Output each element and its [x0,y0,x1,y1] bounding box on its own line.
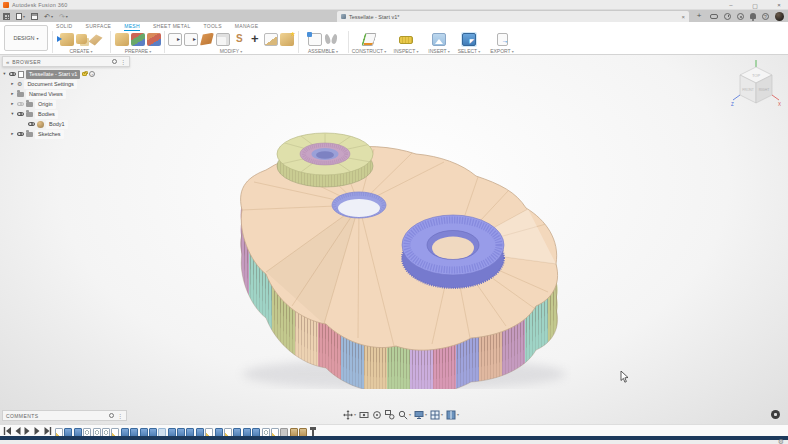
export-icon[interactable] [497,33,508,46]
group-label-insert[interactable]: INSERT [424,48,454,54]
comments-menu-icon[interactable]: ⋮ [117,413,123,419]
maximize-button[interactable]: ▢ [750,2,760,9]
reverse-normal-icon[interactable] [216,33,230,46]
timeline-play-button[interactable] [24,426,31,436]
comments-dot-icon[interactable] [109,413,114,418]
display-settings-icon[interactable]: ▾ [414,410,427,420]
move-icon[interactable] [248,33,262,46]
create-mesh-face-icon[interactable] [89,33,103,46]
look-at-icon[interactable] [359,410,369,420]
notifications-icon[interactable] [750,13,756,19]
workspace-selector[interactable]: DESIGN▾ [4,25,48,51]
group-label-select[interactable]: SELECT [454,48,484,54]
expand-caret-icon[interactable] [2,72,7,77]
tree-item-bodies[interactable]: Bodies [2,109,130,119]
expand-caret-icon[interactable] [10,92,15,97]
tree-root-row[interactable]: Tessellate - Start v1 × [2,69,130,79]
repair-icon[interactable] [115,33,129,46]
comments-panel[interactable]: COMMENTS ⋮ [2,410,127,421]
smooth-icon[interactable] [232,33,246,46]
browser-menu-icon[interactable]: ⋮ [120,59,126,65]
group-label-prepare[interactable]: PREPARE [112,48,164,54]
save-icon[interactable] [31,13,38,20]
construct-plane-icon[interactable] [361,33,377,46]
reduce-icon[interactable] [184,33,198,46]
close-button[interactable]: × [774,2,784,8]
tab-surface[interactable]: SURFACE [86,23,112,31]
collapse-panel-icon[interactable]: « [6,59,9,65]
tessellate-icon[interactable] [147,33,161,46]
visibility-eye-icon[interactable] [28,122,35,127]
group-label-inspect[interactable]: INSPECT [390,48,422,54]
tree-item-origin[interactable]: Origin [2,99,130,109]
measure-icon[interactable] [399,36,413,44]
joint-icon[interactable] [324,33,338,46]
timeline-step-forward-button[interactable] [34,426,41,436]
profile-avatar[interactable] [775,12,784,21]
pan-icon[interactable]: ▾ [343,410,356,420]
tab-solid[interactable]: SOLID [56,23,73,31]
help-icon[interactable]: ? [762,13,769,20]
group-modify: MODIFY [166,31,296,54]
feedback-icon[interactable] [710,14,718,19]
tab-tools[interactable]: TOOLS [203,23,221,31]
expand-caret-icon[interactable] [10,102,15,107]
group-label-create[interactable]: CREATE [54,48,108,54]
convert-mesh-icon[interactable] [280,33,294,46]
group-label-assemble[interactable]: ASSEMBLE [300,48,346,54]
create-mesh-icon[interactable] [76,34,87,44]
redo-icon[interactable]: ↷▾ [59,13,68,20]
zoom-icon[interactable]: ▾ [398,410,411,420]
job-status-icon[interactable] [724,13,731,20]
insert-mesh-icon[interactable] [60,33,74,46]
timeline-step-back-button[interactable] [14,426,21,436]
undo-icon[interactable]: ↶▾ [44,13,53,20]
data-panel-icon[interactable] [3,13,10,20]
record-indicator-icon[interactable] [771,410,780,419]
tree-item-named-views[interactable]: Named Views [2,89,130,99]
root-node-label[interactable]: Tessellate - Start v1 [26,70,80,79]
timeline-settings-gear-icon[interactable]: ⚙ [778,438,784,444]
expand-caret-icon[interactable] [10,82,15,87]
select-icon[interactable] [462,33,476,46]
orbit-icon[interactable] [372,410,382,420]
canvas-insert-icon[interactable] [432,33,446,46]
toolbar: DESIGN▾ SOLID SURFACE MESH SHEET METAL T… [0,22,788,55]
tab-mesh[interactable]: MESH [124,23,140,31]
tab-sheet-metal[interactable]: SHEET METAL [153,23,191,31]
model-viewport[interactable]: « BROWSER ⋮ Tessellate - Start v1 × ⚙ D [0,55,788,424]
remesh-icon[interactable] [168,33,182,46]
visibility-eye-icon[interactable] [17,102,24,107]
new-tab-button[interactable]: + [694,11,704,21]
timeline-go-end-button[interactable] [44,426,52,436]
minimize-button[interactable]: – [726,2,736,8]
extensions-icon[interactable] [737,13,744,20]
tab-close-icon[interactable]: × [681,14,685,20]
viewcube[interactable]: TOP FRONT RIGHT Z X [728,59,784,117]
group-label-export[interactable]: EXPORT [486,48,518,54]
zoom-window-icon[interactable] [385,410,395,420]
viewports-icon[interactable]: ▾ [446,410,459,420]
fusion-window: Autodesk Fusion 360 – ▢ × ▾ ↶▾ ↷▾ Tessel… [0,0,788,444]
file-menu-icon[interactable]: ▾ [16,13,25,20]
expand-caret-icon[interactable] [10,132,15,137]
group-label-modify[interactable]: MODIFY [166,48,296,54]
new-component-icon[interactable] [308,33,322,46]
tree-item-sketches[interactable]: Sketches [2,129,130,139]
erase-and-fill-icon[interactable] [200,33,214,46]
document-tab[interactable]: Tessellate - Start v1* × [337,11,689,22]
browser-dot-icon[interactable] [112,59,117,64]
timeline-go-start-button[interactable] [3,426,11,436]
tree-item-body1[interactable]: Body1 [2,119,130,129]
replace-face-icon[interactable] [264,33,278,46]
visibility-eye-icon[interactable] [9,72,16,77]
expand-caret-icon[interactable] [10,112,15,117]
tree-item-document-settings[interactable]: ⚙ Document Settings [2,79,130,89]
group-label-construct[interactable]: CONSTRUCT [350,48,388,54]
browser-header[interactable]: « BROWSER ⋮ [2,56,130,67]
visibility-eye-icon[interactable] [17,112,24,117]
mesh-model[interactable] [226,124,571,389]
grid-settings-icon[interactable]: ▾ [430,410,443,420]
visibility-eye-icon[interactable] [17,132,24,137]
generate-face-groups-icon[interactable] [131,33,145,46]
